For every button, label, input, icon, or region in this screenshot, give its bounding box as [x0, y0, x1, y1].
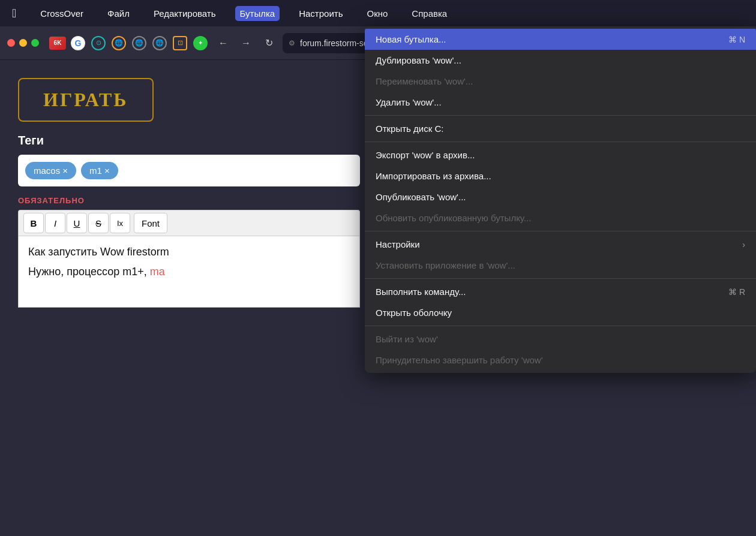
google-g-icon: G	[71, 36, 85, 50]
apple-menu-item[interactable]: 	[7, 4, 21, 23]
menu-item-new-bottle-label: Новая бутылка...	[376, 34, 446, 44]
square-orange-icon: ⊡	[173, 36, 187, 50]
file-menu-item[interactable]: Файл	[103, 6, 134, 21]
highlight-text: ma	[150, 266, 165, 278]
forward-button[interactable]: →	[237, 34, 255, 52]
underline-button[interactable]: U	[67, 213, 87, 233]
menu-item-import[interactable]: Импортировать из архива...	[365, 165, 756, 186]
menu-item-preferences[interactable]: Настройки ›	[365, 234, 756, 255]
extension-square-icon[interactable]: ⊡	[171, 34, 189, 52]
green-dot-icon: ✦	[193, 36, 208, 50]
extension-circle1-icon[interactable]: ⊙	[89, 34, 107, 52]
menu-item-install-app-label: Установить приложение в 'wow'...	[376, 260, 515, 270]
editor-body[interactable]: Как запустить Wow firestorm Нужно, проце…	[18, 236, 360, 308]
edit-menu-item[interactable]: Редактировать	[149, 6, 221, 21]
menu-item-delete[interactable]: Удалить 'wow'...	[365, 92, 756, 113]
menu-separator-3	[365, 231, 756, 231]
play-button[interactable]: ИГРАТЬ	[18, 78, 154, 122]
extension-google-icon[interactable]: G	[69, 34, 87, 52]
window-menu-item[interactable]: Окно	[362, 6, 392, 21]
page-content: ИГРАТЬ Теги macos × m1 × ОБЯЗАТЕЛЬНО B I…	[0, 60, 378, 536]
crossover-menu-item[interactable]: CrossOver	[35, 6, 88, 21]
menu-separator-4	[365, 278, 756, 279]
menu-item-open-shell-label: Открыть оболочку	[376, 308, 452, 318]
extension-globe1-icon[interactable]: 🌐	[110, 34, 128, 52]
help-menu-item[interactable]: Справка	[407, 6, 452, 21]
close-traffic-light[interactable]	[7, 39, 15, 47]
tag-m1-label: m1 ×	[89, 165, 110, 176]
globe-gray-icon: 🌐	[132, 36, 146, 50]
menu-item-update-published-label: Обновить опубликованную бутылку...	[376, 213, 531, 223]
menu-item-delete-label: Удалить 'wow'...	[376, 97, 442, 107]
menu-item-rename-label: Переименовать 'wow'...	[376, 76, 473, 86]
bottle-dropdown-menu: Новая бутылка... ⌘ N Дублировать 'wow'..…	[365, 26, 756, 373]
tag-macos[interactable]: macos ×	[25, 162, 76, 179]
menubar:  CrossOver Файл Редактировать Бутылка Н…	[0, 0, 756, 26]
circle-teal-icon: ⊙	[91, 36, 106, 50]
tags-section: Теги macos × m1 ×	[0, 134, 378, 196]
clear-format-button[interactable]: Ix	[110, 213, 130, 233]
extension-globe2-icon[interactable]: 🌐	[130, 34, 148, 52]
menu-item-preferences-label: Настройки	[376, 239, 420, 249]
menu-item-duplicate[interactable]: Дублировать 'wow'...	[365, 50, 756, 71]
menu-item-publish[interactable]: Опубликовать 'wow'...	[365, 186, 756, 207]
menu-separator-5	[365, 326, 756, 326]
menu-item-quit-wow-label: Выйти из 'wow'	[376, 334, 438, 344]
reload-button[interactable]: ↻	[260, 34, 278, 52]
bold-button[interactable]: B	[23, 213, 44, 233]
menu-item-run-command-shortcut: ⌘ R	[728, 287, 745, 297]
menu-item-preferences-arrow: ›	[742, 240, 745, 249]
menu-item-new-bottle-shortcut: ⌘ N	[728, 35, 745, 44]
tags-container: macos × m1 ×	[18, 155, 360, 186]
bottle-menu-item[interactable]: Бутылка	[235, 6, 280, 21]
menu-item-quit-wow: Выйти из 'wow'	[365, 329, 756, 350]
editor-toolbar: B I U S Ix Font	[18, 210, 360, 236]
menu-item-rename: Переименовать 'wow'...	[365, 71, 756, 92]
customize-menu-item[interactable]: Настроить	[294, 6, 347, 21]
menu-item-force-quit: Принудительно завершить работу 'wow'	[365, 350, 756, 371]
menu-item-run-command[interactable]: Выполнить команду... ⌘ R	[365, 281, 756, 302]
globe-orange-icon: 🌐	[112, 36, 126, 50]
menu-separator-2	[365, 141, 756, 142]
tags-label: Теги	[18, 134, 360, 147]
menu-separator-1	[365, 115, 756, 116]
browser-extension-icons: 6K G ⊙ 🌐 🌐 🌐 ⊡ ✦	[49, 34, 209, 52]
back-button[interactable]: ←	[214, 34, 232, 52]
strikethrough-button[interactable]: S	[88, 213, 109, 233]
menu-item-export-label: Экспорт 'wow' в архив...	[376, 150, 475, 160]
menu-item-open-shell[interactable]: Открыть оболочку	[365, 302, 756, 323]
address-settings-icon: ⚙	[289, 39, 295, 47]
italic-button[interactable]: I	[45, 213, 65, 233]
menu-item-new-bottle[interactable]: Новая бутылка... ⌘ N	[365, 29, 756, 50]
maximize-traffic-light[interactable]	[31, 39, 39, 47]
tag-m1[interactable]: m1 ×	[81, 162, 118, 179]
menu-item-import-label: Импортировать из архива...	[376, 171, 491, 181]
play-button-area: ИГРАТЬ	[0, 60, 378, 134]
menu-item-install-app: Установить приложение в 'wow'...	[365, 255, 756, 276]
extension-green-icon[interactable]: ✦	[191, 34, 209, 52]
traffic-lights	[7, 39, 39, 47]
6k-badge: 6K	[49, 37, 66, 50]
menu-item-open-c-label: Открыть диск С:	[376, 124, 443, 134]
menu-item-duplicate-label: Дублировать 'wow'...	[376, 55, 461, 65]
extension-globe3-icon[interactable]: 🌐	[151, 34, 169, 52]
menu-item-force-quit-label: Принудительно завершить работу 'wow'	[376, 355, 543, 365]
font-button[interactable]: Font	[134, 213, 167, 233]
editor-line-1: Как запустить Wow firestorm	[28, 246, 350, 258]
required-label: ОБЯЗАТЕЛЬНО	[0, 196, 378, 210]
extension-6k-icon[interactable]: 6K	[49, 34, 67, 52]
editor-line-2: Нужно, процессор m1+, ma	[28, 266, 350, 278]
menu-item-export[interactable]: Экспорт 'wow' в архив...	[365, 144, 756, 165]
menu-item-publish-label: Опубликовать 'wow'...	[376, 192, 466, 202]
globe-gray2-icon: 🌐	[152, 36, 167, 50]
menu-item-open-c[interactable]: Открыть диск С:	[365, 118, 756, 139]
menu-item-update-published: Обновить опубликованную бутылку...	[365, 207, 756, 228]
minimize-traffic-light[interactable]	[19, 39, 27, 47]
tag-macos-label: macos ×	[34, 165, 68, 176]
menu-item-run-command-label: Выполнить команду...	[376, 287, 466, 297]
